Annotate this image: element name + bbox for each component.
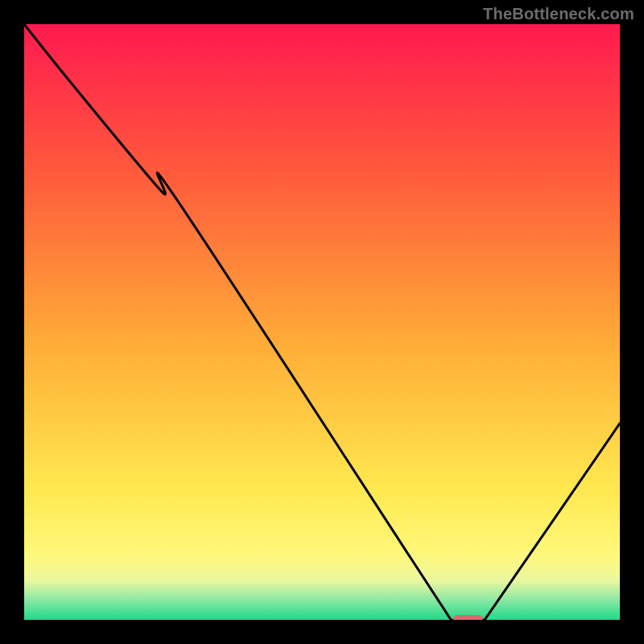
optimum-marker — [453, 615, 483, 620]
chart-svg — [24, 24, 620, 620]
watermark-text: TheBottleneck.com — [483, 5, 634, 23]
plot-area — [24, 24, 620, 620]
gradient-background — [24, 24, 620, 620]
chart-frame: TheBottleneck.com — [0, 0, 644, 644]
